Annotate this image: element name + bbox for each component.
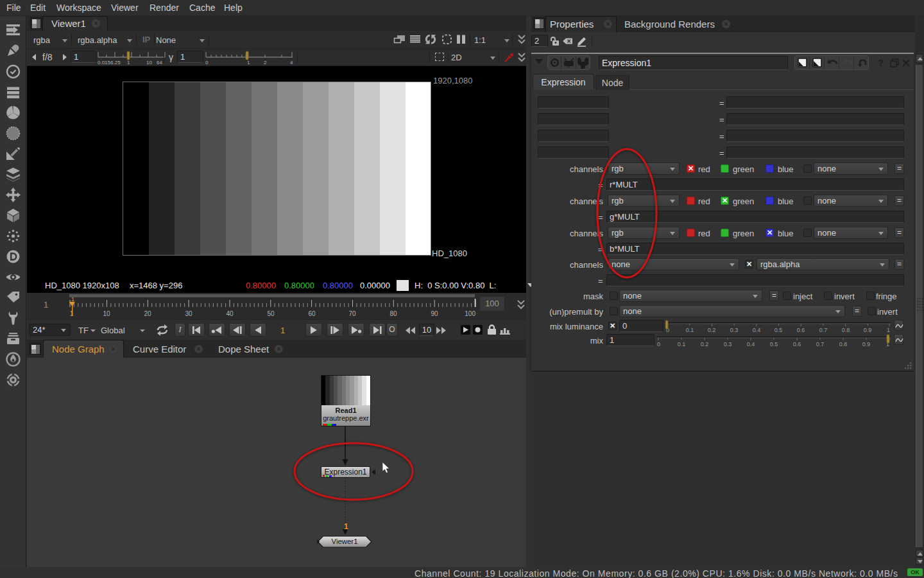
svg-text:0.3: 0.3 — [730, 327, 739, 333]
svg-text:Viewer1: Viewer1 — [332, 538, 358, 545]
svg-text:40: 40 — [226, 310, 234, 317]
svg-text:0.3: 0.3 — [724, 341, 732, 347]
svg-text:1: 1 — [887, 327, 890, 333]
svg-text:70: 70 — [348, 310, 356, 317]
svg-text:0.2: 0.2 — [708, 327, 716, 333]
svg-text:0.1: 0.1 — [678, 341, 686, 347]
svg-text:1: 1 — [71, 297, 74, 302]
svg-text:2: 2 — [264, 60, 267, 65]
svg-text:1: 1 — [127, 60, 130, 65]
svg-text:0.7: 0.7 — [819, 327, 828, 333]
svg-text:0.0156.25: 0.0156.25 — [98, 60, 121, 65]
svg-text:0.9: 0.9 — [864, 327, 872, 333]
svg-text:0.2: 0.2 — [701, 341, 709, 347]
svg-text:1: 1 — [247, 60, 250, 65]
svg-text:0.6: 0.6 — [797, 327, 805, 333]
svg-text:0.8: 0.8 — [842, 327, 850, 333]
svg-text:0: 0 — [657, 341, 660, 347]
svg-text:0.5: 0.5 — [774, 327, 783, 333]
svg-text:0.4: 0.4 — [747, 341, 755, 347]
svg-text:0: 0 — [205, 60, 209, 65]
svg-text:0.9: 0.9 — [862, 341, 871, 347]
svg-text:80: 80 — [389, 310, 397, 317]
svg-text:90: 90 — [431, 310, 438, 317]
svg-text:4: 4 — [290, 60, 293, 65]
svg-text:100: 100 — [465, 310, 475, 317]
svg-text:10: 10 — [146, 60, 152, 65]
svg-text:60: 60 — [308, 310, 316, 317]
svg-text:0.4: 0.4 — [753, 327, 761, 333]
svg-text:0.6: 0.6 — [793, 341, 801, 347]
svg-text:20: 20 — [144, 310, 151, 317]
svg-text:30: 30 — [185, 310, 193, 317]
svg-text:0.1: 0.1 — [686, 327, 694, 333]
svg-text:0.5: 0.5 — [770, 341, 778, 347]
svg-text:50: 50 — [267, 310, 275, 317]
svg-text:0.8: 0.8 — [839, 341, 848, 347]
svg-text:0.7: 0.7 — [816, 341, 825, 347]
svg-text:10: 10 — [103, 310, 110, 317]
svg-text:64: 64 — [157, 60, 162, 65]
